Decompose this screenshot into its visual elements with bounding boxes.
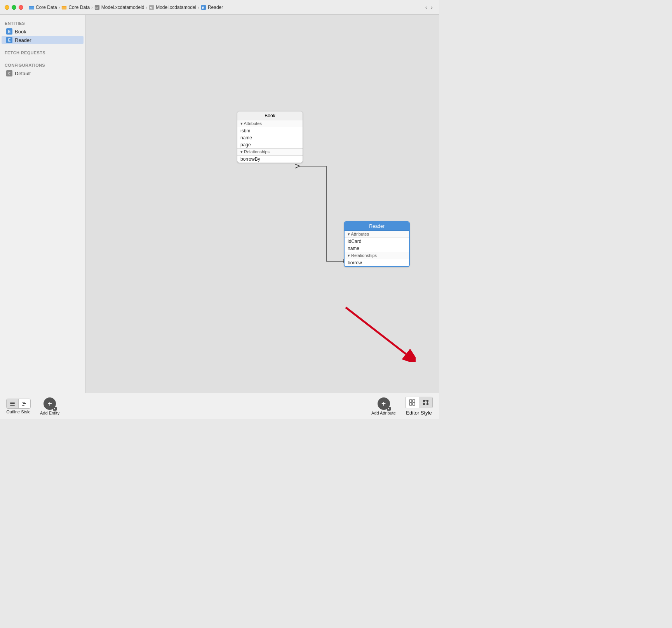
traffic-lights bbox=[5, 5, 23, 10]
add-attribute-button[interactable]: + ▾ bbox=[378, 397, 390, 410]
fetch-requests-section-label: FETCH REQUESTS bbox=[0, 48, 85, 57]
reader-attr-name: name bbox=[345, 245, 409, 252]
xcdatamodeld-icon: D bbox=[94, 5, 100, 10]
close-button[interactable] bbox=[19, 5, 23, 10]
outline-style-group[interactable]: Outline Style bbox=[6, 399, 31, 414]
folder-yellow-icon bbox=[61, 5, 67, 10]
breadcrumb-item-3[interactable]: D Model.xcdatamodeld bbox=[94, 5, 144, 10]
book-entity-icon: E bbox=[6, 28, 12, 35]
svg-rect-17 bbox=[22, 402, 25, 402]
bottom-toolbar: Outline Style + ▾ Add Entity + ▾ Add Att… bbox=[0, 393, 439, 419]
entity-icon: E bbox=[201, 5, 206, 10]
svg-rect-19 bbox=[22, 405, 24, 406]
reader-entity-icon: E bbox=[6, 37, 12, 43]
svg-rect-15 bbox=[10, 403, 15, 404]
svg-rect-24 bbox=[423, 400, 425, 402]
maximize-button[interactable] bbox=[12, 5, 16, 10]
default-config-icon: C bbox=[6, 70, 12, 76]
svg-text:E: E bbox=[202, 5, 204, 9]
reader-entity-card[interactable]: Reader ▾ Attributes idCard name ▾ Relati… bbox=[344, 221, 410, 267]
svg-rect-20 bbox=[409, 400, 412, 402]
breadcrumb-label-4: Model.xcdatamodel bbox=[156, 5, 196, 10]
svg-rect-16 bbox=[10, 405, 15, 406]
svg-rect-21 bbox=[413, 400, 415, 402]
book-attributes-label: ▾ Attributes bbox=[237, 120, 303, 127]
add-entity-caret: ▾ bbox=[53, 407, 57, 411]
add-attribute-caret: ▾ bbox=[387, 407, 391, 411]
book-entity-card[interactable]: Book ▾ Attributes isbm name page ▾ Relat… bbox=[237, 111, 303, 163]
reader-card-title: Reader bbox=[345, 222, 409, 231]
svg-rect-22 bbox=[409, 403, 412, 405]
table-icon bbox=[409, 399, 416, 406]
svg-rect-23 bbox=[413, 403, 415, 405]
entities-section-label: ENTITIES bbox=[0, 19, 85, 27]
svg-rect-26 bbox=[423, 403, 425, 405]
breadcrumb-label-3: Model.xcdatamodeld bbox=[101, 5, 144, 10]
book-attr-page: page bbox=[237, 141, 303, 148]
sidebar-item-book-label: Book bbox=[15, 29, 26, 35]
breadcrumb-label-1: Core Data bbox=[36, 5, 57, 10]
svg-text:M: M bbox=[150, 6, 153, 9]
sidebar-item-default-label: Default bbox=[15, 71, 31, 76]
graph-icon bbox=[422, 399, 429, 406]
outline-icon bbox=[21, 401, 28, 407]
configurations-section-label: CONFIGURATIONS bbox=[0, 61, 85, 69]
connector-svg bbox=[85, 15, 439, 393]
nav-arrows: ‹ › bbox=[424, 3, 434, 11]
editor-style-group[interactable]: Editor Style bbox=[405, 397, 433, 416]
sidebar-item-reader-label: Reader bbox=[15, 37, 31, 43]
add-entity-group[interactable]: + ▾ Add Entity bbox=[40, 397, 59, 415]
reader-rel-borrow: borrow bbox=[345, 259, 409, 266]
sidebar-item-reader[interactable]: E Reader bbox=[2, 36, 84, 44]
canvas-area[interactable]: Book ▾ Attributes isbm name page ▾ Relat… bbox=[85, 15, 439, 393]
reader-relationships-label: ▾ Relationships bbox=[345, 252, 409, 259]
minimize-button[interactable] bbox=[5, 5, 9, 10]
breadcrumb-sep-1: › bbox=[59, 5, 60, 10]
sidebar: ENTITIES E Book E Reader FETCH REQUESTS … bbox=[0, 15, 85, 393]
breadcrumb-label-5: Reader bbox=[208, 5, 223, 10]
book-rel-borrowby: borrowBy bbox=[237, 156, 303, 163]
forward-button[interactable]: › bbox=[429, 3, 434, 11]
list-style-button[interactable] bbox=[7, 399, 19, 408]
editor-style-label: Editor Style bbox=[406, 410, 432, 416]
sidebar-item-default[interactable]: C Default bbox=[2, 69, 84, 78]
xcdatamodel-icon: M bbox=[149, 5, 154, 10]
folder-blue-icon bbox=[29, 5, 34, 10]
svg-rect-14 bbox=[10, 402, 15, 402]
outline-style-button[interactable] bbox=[19, 399, 30, 408]
table-style-button[interactable] bbox=[406, 397, 419, 408]
breadcrumb-item-4[interactable]: M Model.xcdatamodel bbox=[149, 5, 196, 10]
reader-attr-idcard: idCard bbox=[345, 238, 409, 245]
breadcrumb: Core Data › Core Data › D Model.xcdatamo… bbox=[29, 5, 223, 10]
add-entity-button[interactable]: + ▾ bbox=[44, 397, 56, 410]
editor-style-toggle[interactable] bbox=[405, 397, 433, 408]
outline-style-label: Outline Style bbox=[6, 409, 30, 414]
main-layout: ENTITIES E Book E Reader FETCH REQUESTS … bbox=[0, 15, 439, 393]
breadcrumb-item-2[interactable]: Core Data bbox=[61, 5, 90, 10]
style-toggle[interactable] bbox=[6, 399, 31, 409]
back-button[interactable]: ‹ bbox=[424, 3, 429, 11]
book-card-title: Book bbox=[237, 111, 303, 120]
breadcrumb-label-2: Core Data bbox=[68, 5, 90, 10]
breadcrumb-item-1[interactable]: Core Data bbox=[29, 5, 57, 10]
add-attribute-label: Add Attribute bbox=[371, 411, 396, 415]
breadcrumb-sep-3: › bbox=[146, 5, 147, 10]
add-attribute-group[interactable]: + ▾ Add Attribute bbox=[371, 397, 396, 415]
add-entity-label: Add Entity bbox=[40, 411, 59, 415]
sidebar-item-book[interactable]: E Book bbox=[2, 27, 84, 36]
svg-rect-27 bbox=[427, 403, 428, 405]
book-attr-isbm: isbm bbox=[237, 127, 303, 134]
reader-attributes-label: ▾ Attributes bbox=[345, 231, 409, 238]
breadcrumb-item-5[interactable]: E Reader bbox=[201, 5, 223, 10]
book-relationships-label: ▾ Relationships bbox=[237, 148, 303, 156]
svg-line-13 bbox=[346, 307, 406, 354]
breadcrumb-sep-4: › bbox=[198, 5, 199, 10]
svg-rect-25 bbox=[427, 400, 428, 402]
graph-style-button[interactable] bbox=[419, 397, 432, 408]
svg-text:D: D bbox=[95, 6, 97, 9]
breadcrumb-sep-2: › bbox=[91, 5, 93, 10]
red-arrow-annotation bbox=[338, 304, 416, 362]
svg-rect-18 bbox=[23, 403, 26, 404]
book-attr-name: name bbox=[237, 134, 303, 141]
titlebar: Core Data › Core Data › D Model.xcdatamo… bbox=[0, 0, 439, 15]
